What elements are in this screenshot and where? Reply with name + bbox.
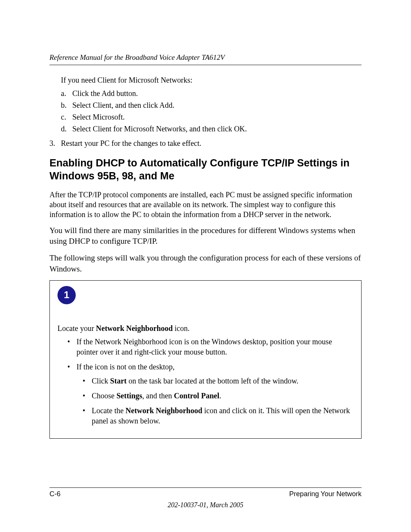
page-footer: C-6 Preparing Your Network 202-10037-01,…: [49, 487, 362, 509]
list-item: Choose Settings, and then Control Panel.: [92, 391, 354, 401]
step-number-badge: 1: [57, 286, 76, 304]
footer-section-title: Preparing Your Network: [289, 490, 362, 498]
numbered-continuation: Restart your PC for the changes to take …: [49, 138, 362, 149]
running-header: Reference Manual for the Broadband Voice…: [49, 53, 362, 62]
paragraph: After the TCP/IP protocol components are…: [49, 190, 362, 219]
bold-text: Control Panel: [174, 391, 219, 400]
section-heading: Enabling DHCP to Automatically Configure…: [49, 157, 362, 183]
footer-docinfo: 202-10037-01, March 2005: [49, 501, 362, 509]
bold-text: Settings: [116, 391, 142, 400]
text: , and then: [142, 391, 174, 400]
list-item: Click Start on the task bar located at t…: [92, 376, 354, 386]
list-item: If the icon is not on the desktop, Click…: [76, 362, 354, 426]
bold-text: Network Neighborhood: [96, 324, 173, 332]
list-item: Restart your PC for the changes to take …: [61, 138, 362, 149]
list-item: Select Client for Microsoft Networks, an…: [72, 123, 362, 135]
text: on the task bar located at the bottom le…: [127, 377, 298, 385]
list-item: If the Network Neighborhood icon is on t…: [76, 337, 354, 357]
nested-bullet-list: Click Start on the task bar located at t…: [76, 376, 354, 426]
text: Locate the: [92, 406, 126, 415]
list-item: Locate the Network Neighborhood icon and…: [92, 406, 354, 426]
header-rule: [49, 65, 362, 65]
text: Click: [92, 377, 110, 385]
list-item: Click the Add button.: [72, 88, 362, 99]
page-number: C-6: [49, 490, 61, 498]
step-instruction: Locate your Network Neighborhood icon.: [57, 323, 354, 334]
text: icon.: [173, 324, 190, 332]
paragraph: You will find there are many similaritie…: [49, 225, 362, 247]
text: .: [219, 391, 221, 400]
step-box: 1 Locate your Network Neighborhood icon.…: [49, 280, 362, 439]
document-page: Reference Manual for the Broadband Voice…: [0, 0, 411, 532]
list-item: Select Microsoft.: [72, 111, 362, 123]
bullet-list: If the Network Neighborhood icon is on t…: [57, 337, 354, 426]
footer-rule: [49, 487, 362, 488]
list-item: Select Client, and then click Add.: [72, 99, 362, 111]
text: Locate your: [57, 324, 96, 332]
text: Choose: [92, 391, 116, 400]
sub-step-list: Click the Add button. Select Client, and…: [49, 88, 362, 135]
paragraph: The following steps will walk you throug…: [49, 252, 362, 274]
intro-line: If you need Client for Microsoft Network…: [61, 75, 362, 85]
bold-text: Start: [110, 377, 126, 385]
bold-text: Network Neighborhood: [126, 406, 202, 415]
text: If the icon is not on the desktop,: [76, 363, 175, 371]
